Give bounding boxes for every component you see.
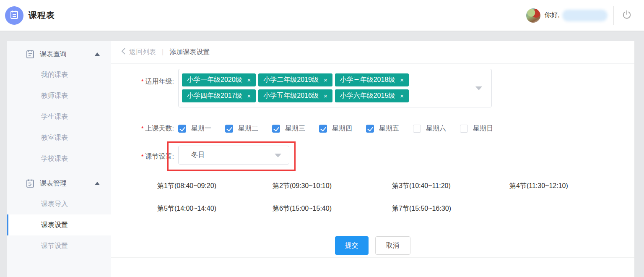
sidebar-item-label: 课表导入 — [41, 200, 68, 209]
checkbox-unchecked-icon[interactable] — [460, 125, 468, 133]
checkbox-checked-icon[interactable] — [319, 125, 327, 133]
grade-tag-label: 小学一年级2020级 — [187, 76, 242, 84]
schedule-query-icon — [26, 50, 34, 59]
period-time: 第6节(15:00~15:40) — [273, 204, 392, 213]
section-row: *课节设置: 冬日 — [111, 141, 634, 171]
collapse-arrow-icon[interactable] — [95, 52, 100, 56]
grade-tag-list: 小学一年级2020级 × 小学二年级2019级 × 小学三年级2018级 × — [182, 72, 470, 104]
required-asterisk: * — [141, 125, 143, 132]
back-to-list-link[interactable]: 返回列表 — [121, 47, 156, 57]
timetable-logo-icon — [9, 10, 19, 21]
submit-button[interactable]: 提交 — [335, 236, 369, 255]
sidebar-item-label: 学校课表 — [41, 154, 68, 163]
grade-tag-label: 小学三年级2018级 — [340, 76, 395, 84]
sidebar-group-schedule-query[interactable]: 课表查询 — [7, 44, 111, 64]
sidebar-item-label: 课表设置 — [41, 221, 68, 230]
day-option-thursday[interactable]: 星期四 — [319, 124, 352, 133]
day-option-saturday[interactable]: 星期六 — [413, 124, 446, 133]
sidebar: 课表查询 我的课表 教师课表 学生课表 教室课表 学校课表 — [7, 41, 111, 277]
tag-remove-icon[interactable]: × — [400, 77, 404, 83]
day-label: 星期三 — [285, 124, 305, 133]
period-time: 第5节(14:00~14:40) — [157, 204, 273, 213]
chevron-down-icon — [475, 86, 482, 90]
tag-remove-icon[interactable]: × — [247, 77, 251, 83]
sidebar-item-schedule-settings[interactable]: 课表设置 — [7, 214, 111, 235]
tag-remove-icon[interactable]: × — [324, 77, 327, 83]
day-option-wednesday[interactable]: 星期三 — [272, 124, 305, 133]
sidebar-item-student-schedule[interactable]: 学生课表 — [7, 106, 111, 127]
sidebar-item-schedule-import[interactable]: 课表导入 — [7, 193, 111, 214]
sidebar-item-label: 教室课表 — [41, 133, 68, 142]
required-asterisk: * — [141, 78, 143, 85]
schedule-manage-icon — [26, 179, 34, 188]
sidebar-group-schedule-manage[interactable]: 课表管理 — [7, 173, 111, 193]
period-time: 第1节(08:40~09:20) — [157, 182, 273, 190]
day-option-sunday[interactable]: 星期日 — [460, 124, 493, 133]
checkbox-checked-icon[interactable] — [366, 125, 374, 133]
day-option-tuesday[interactable]: 星期二 — [225, 124, 258, 133]
tag-remove-icon[interactable]: × — [400, 93, 404, 99]
grade-multiselect[interactable]: 小学一年级2020级 × 小学二年级2019级 × 小学三年级2018级 × — [178, 69, 492, 107]
day-option-monday[interactable]: 星期一 — [178, 124, 211, 133]
sidebar-item-classroom-schedule[interactable]: 教室课表 — [7, 127, 111, 148]
back-link-label: 返回列表 — [129, 48, 156, 57]
sidebar-item-label: 课节设置 — [41, 242, 68, 251]
chevron-down-icon — [275, 154, 281, 157]
days-label: *上课天数: — [111, 124, 174, 133]
day-label: 星期四 — [332, 124, 352, 133]
sidebar-group-label: 课表管理 — [40, 179, 95, 188]
period-set-select[interactable]: 冬日 — [178, 146, 289, 165]
days-checkbox-group: 星期一 星期二 星期三 星期四 — [178, 124, 507, 133]
sidebar-item-my-schedule[interactable]: 我的课表 — [7, 64, 111, 85]
day-label: 星期五 — [379, 124, 399, 133]
avatar[interactable] — [526, 8, 540, 23]
divider — [111, 257, 634, 258]
grade-tag: 小学五年级2016级 × — [258, 89, 332, 102]
period-time: 第4节(11:30~12:10) — [509, 182, 634, 190]
day-label: 星期日 — [473, 124, 493, 133]
logout-button[interactable] — [621, 10, 632, 21]
breadcrumb-current: 添加课表设置 — [169, 48, 210, 57]
cancel-button[interactable]: 取消 — [375, 236, 410, 255]
grade-tag: 小学三年级2018级 × — [335, 73, 409, 86]
period-time: 第2节(09:30~10:10) — [273, 182, 392, 190]
day-label: 星期二 — [238, 124, 258, 133]
sidebar-item-label: 学生课表 — [41, 112, 68, 121]
tag-remove-icon[interactable]: × — [324, 93, 327, 99]
sidebar-item-teacher-schedule[interactable]: 教师课表 — [7, 85, 111, 106]
user-name-blurred — [562, 10, 608, 21]
app-header: 课程表 你好, — [0, 0, 644, 31]
collapse-arrow-icon[interactable] — [95, 182, 100, 185]
period-set-selected-value: 冬日 — [191, 151, 205, 159]
page-title: 课程表 — [29, 10, 55, 21]
grade-tag-label: 小学六年级2015级 — [340, 91, 395, 100]
grade-label: *适用年级: — [111, 69, 174, 107]
sidebar-item-label: 我的课表 — [41, 71, 68, 79]
day-option-friday[interactable]: 星期五 — [366, 124, 399, 133]
user-area: 你好, — [526, 6, 632, 25]
main-content: 返回列表 | 添加课表设置 *适用年级: 小学一年级2020级 × — [111, 41, 634, 277]
checkbox-checked-icon[interactable] — [272, 125, 280, 133]
red-highlight-annotation: 冬日 — [167, 141, 296, 171]
grade-tag-label: 小学五年级2016级 — [263, 91, 319, 100]
checkbox-checked-icon[interactable] — [225, 125, 233, 133]
day-label: 星期一 — [191, 124, 211, 133]
app-logo — [5, 6, 23, 25]
tag-remove-icon[interactable]: × — [247, 93, 251, 99]
breadcrumb-separator: | — [162, 48, 164, 56]
section-label: *课节设置: — [111, 141, 174, 171]
grade-tag: 小学六年级2015级 × — [335, 89, 409, 102]
period-time: 第7节(15:50~16:30) — [392, 204, 509, 213]
checkbox-unchecked-icon[interactable] — [413, 125, 421, 133]
power-icon — [622, 10, 632, 21]
grade-tag: 小学二年级2019级 × — [258, 73, 332, 86]
checkbox-checked-icon[interactable] — [178, 125, 186, 133]
sidebar-group-label: 课表查询 — [40, 50, 95, 59]
sidebar-item-school-schedule[interactable]: 学校课表 — [7, 148, 111, 169]
days-row: *上课天数: 星期一 星期二 星期三 — [111, 124, 634, 133]
divider — [613, 6, 614, 25]
sidebar-item-period-settings[interactable]: 课节设置 — [7, 235, 111, 256]
grade-tag-label: 小学四年级2017级 — [187, 91, 242, 100]
period-time: 第3节(10:40~11:20) — [392, 182, 509, 190]
period-times-grid: 第1节(08:40~09:20) 第2节(09:30~10:10) 第3节(10… — [111, 182, 634, 213]
